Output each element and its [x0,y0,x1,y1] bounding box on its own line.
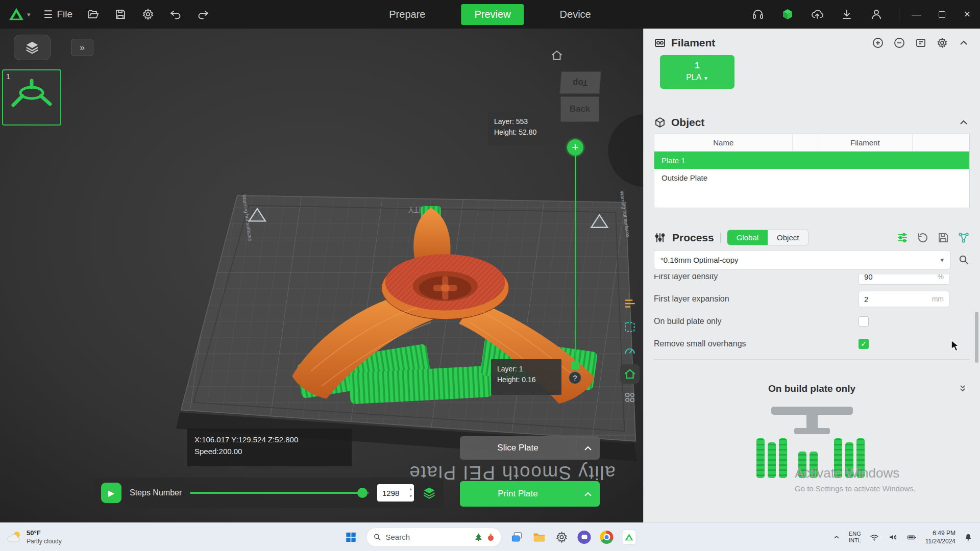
tab-prepare[interactable]: Prepare [376,4,438,25]
apps-grid-toggle[interactable] [620,388,640,407]
collapse-card-button[interactable] [959,384,967,394]
hidden-icons-chevron[interactable] [832,533,841,541]
file-menu[interactable]: ☰ File [44,8,73,20]
speed-line: Speed:200.00 [194,445,345,457]
undo-button[interactable] [168,7,183,21]
first-layer-density-input[interactable] [859,274,915,281]
settings-button[interactable] [141,7,155,21]
steps-number-input[interactable] [377,489,404,497]
chrome-button[interactable] [600,530,614,544]
steps-slider[interactable] [190,492,369,494]
collapse-section-icon[interactable] [958,116,970,129]
filament-section: Filament 1 PLA ▼ [644,29,980,89]
filament-slot-1[interactable]: 1 PLA ▼ [660,55,734,89]
scope-object-button[interactable]: Object [768,230,808,245]
print-plate-label: Print Plate [460,481,576,507]
close-button[interactable]: × [954,0,980,29]
panel-scrollbar[interactable] [975,312,978,363]
object-row-plate-1[interactable]: Plate 1 [654,152,969,169]
speed-view-toggle[interactable] [620,341,640,360]
taskbar-center: Search [344,528,636,547]
chat-app-button[interactable] [577,530,592,544]
task-view-icon [511,531,523,543]
file-explorer-button[interactable] [532,530,547,544]
gizmo-face-back[interactable]: Back [560,96,599,122]
weather-widget[interactable]: 50°F Partly cloudy [0,529,62,545]
plate-thumbnail[interactable]: 1 [2,69,61,126]
column-filament[interactable]: Filament [818,134,913,151]
line-type-toggle[interactable] [620,294,640,313]
object-section: Object Name Filament Plate 1 Outside Pla… [644,116,980,208]
support-button[interactable] [751,7,765,21]
column-name[interactable]: Name [654,134,793,151]
battery-icon[interactable] [906,533,917,542]
dashed-region-toggle[interactable] [620,317,640,337]
tab-device[interactable]: Device [547,4,604,25]
layer-slider-bottom-handle[interactable] [571,361,579,369]
scope-global-button[interactable]: Global [727,230,768,245]
add-filament-icon[interactable] [872,37,884,49]
store-button[interactable] [780,7,795,21]
print-options-button[interactable] [576,481,600,507]
save-button[interactable] [113,7,128,21]
activation-watermark: Activate Windows Go to Settings to activ… [795,465,916,493]
search-input[interactable]: Search [366,528,502,547]
first-layer-expansion-input[interactable] [859,295,915,304]
section-divider [654,359,970,360]
steps-slider-knob[interactable] [357,488,368,498]
maximize-button[interactable] [929,0,954,29]
download-button[interactable] [840,7,854,21]
redo-button[interactable] [196,7,210,21]
layer-view-button[interactable] [14,35,51,60]
steps-spinner[interactable]: ▴▾ [409,485,412,499]
account-button[interactable] [869,7,884,21]
language-indicator[interactable]: ENG INTL [849,531,861,544]
start-button[interactable] [344,530,358,544]
wifi-icon[interactable] [869,533,879,542]
advanced-settings-icon[interactable] [896,232,909,244]
bambu-studio-taskbar-button[interactable] [622,530,636,544]
minimize-button[interactable]: — [903,0,929,29]
view-home-button[interactable] [550,49,564,62]
download-icon [841,8,853,20]
print-plate-button[interactable]: Print Plate [460,481,600,507]
slice-options-button[interactable] [576,436,600,460]
filament-settings-gear-icon[interactable] [936,37,948,49]
expand-panel-button[interactable]: » [71,39,93,56]
unit-label: % [938,274,944,281]
app-logo-menu[interactable]: ▾ [8,7,31,21]
gizmo-face-top[interactable]: Top [559,71,601,94]
edit-filament-icon[interactable] [915,37,927,49]
remove-small-overhangs-checkbox[interactable]: ✓ [859,339,869,349]
layer-slider-track[interactable] [575,154,576,372]
compare-presets-icon[interactable] [958,232,970,244]
search-preset-icon[interactable] [958,254,970,266]
layer-stack-icon[interactable] [422,486,436,500]
play-button[interactable]: ▶ [101,483,121,503]
process-preset-select[interactable]: *0.16mm Optimal-copy ▾ [654,250,950,269]
notifications-bell-icon[interactable] [964,533,973,542]
mode-tabs: Prepare Preview Device [376,0,604,29]
volume-icon[interactable] [888,533,898,542]
object-row-outside-plate[interactable]: Outside Plate [654,169,969,186]
preview-viewport[interactable]: Warning hot surfaces Warning hot surface… [0,29,643,522]
layer-slider-help[interactable]: ? [569,371,581,384]
task-view-button[interactable] [510,530,524,544]
double-chevron-down-icon [959,384,967,392]
clock-widget[interactable]: 6:49 PM 11/24/2024 [925,529,955,545]
slice-plate-button[interactable]: Slice Plate [460,436,600,460]
layer-slider-top-handle[interactable]: + [567,139,583,156]
remove-filament-icon[interactable] [893,37,905,49]
save-preset-icon[interactable] [937,232,949,244]
collapse-section-icon[interactable] [958,37,970,49]
tab-preview[interactable]: Preview [461,4,524,25]
home-view-toggle[interactable] [620,364,640,384]
cloud-upload-button[interactable] [810,7,824,21]
on-build-plate-only-checkbox[interactable] [859,316,869,327]
gizmo-back-label: Back [570,104,591,114]
cube-icon [654,116,666,129]
reset-preset-icon[interactable] [917,232,929,244]
open-file-button[interactable] [86,7,100,21]
process-sliders-icon [654,232,666,244]
settings-app-button[interactable] [555,530,569,544]
